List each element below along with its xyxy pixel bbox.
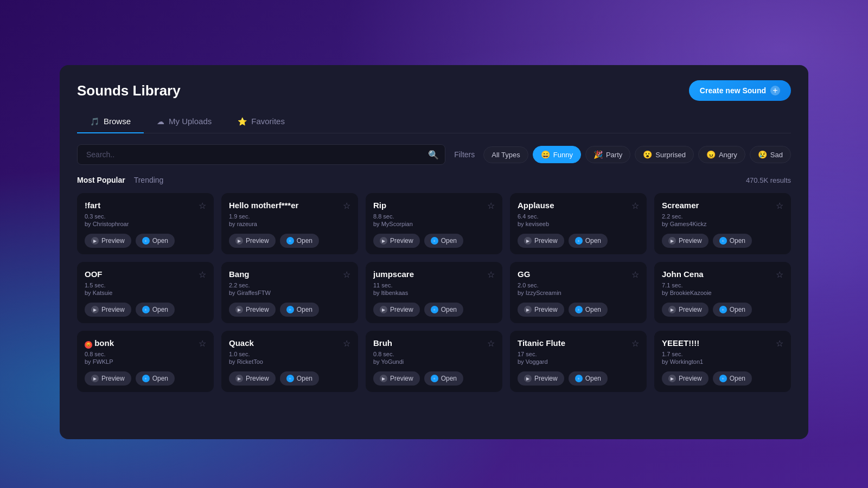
tab-my-uploads[interactable]: ☁ My Uploads (144, 112, 225, 133)
preview-button[interactable]: ▶ Preview (373, 371, 420, 386)
open-icon: + (286, 375, 294, 382)
preview-button[interactable]: ▶ Preview (229, 234, 276, 248)
open-button[interactable]: + Open (136, 371, 175, 386)
chip-sad[interactable]: 😢 Sad (750, 146, 791, 163)
star-button[interactable]: ☆ (487, 201, 495, 211)
search-box: 🔍 (77, 144, 445, 165)
sound-name: Applause (518, 201, 554, 210)
create-sound-button[interactable]: Create new Sound + (689, 80, 791, 101)
preview-button[interactable]: ▶ Preview (518, 234, 564, 248)
preview-button[interactable]: ▶ Preview (85, 303, 131, 317)
preview-label: Preview (101, 375, 125, 382)
open-button[interactable]: + Open (713, 303, 752, 317)
sound-duration: 1.7 sec. (662, 351, 783, 357)
favorites-icon: ⭐ (238, 117, 247, 126)
open-label: Open (730, 237, 745, 245)
chip-angry[interactable]: 😠 Angry (698, 146, 745, 163)
open-button[interactable]: + Open (569, 371, 608, 386)
open-button[interactable]: + Open (280, 234, 319, 248)
star-button[interactable]: ☆ (631, 269, 639, 280)
star-button[interactable]: ☆ (343, 338, 350, 349)
preview-button[interactable]: ▶ Preview (518, 371, 564, 386)
sound-duration: 2.2 sec. (229, 282, 350, 288)
preview-icon: ▶ (668, 375, 676, 382)
sound-card-header: OOF ☆ (85, 269, 206, 280)
sound-duration: 0.8 sec. (373, 351, 495, 357)
open-icon: + (431, 237, 438, 245)
open-button[interactable]: + Open (713, 234, 752, 248)
star-button[interactable]: ☆ (199, 269, 206, 280)
open-button[interactable]: + Open (424, 371, 463, 386)
tabs-row: 🎵 Browse ☁ My Uploads ⭐ Favorites (77, 112, 791, 133)
preview-button[interactable]: ▶ Preview (85, 234, 131, 248)
open-button[interactable]: + Open (569, 234, 608, 248)
sound-card: !fart ☆ 0.3 sec. by Christophroar ▶ Prev… (77, 193, 214, 254)
star-button[interactable]: ☆ (776, 201, 783, 211)
open-button[interactable]: + Open (569, 303, 608, 317)
star-button[interactable]: ☆ (487, 269, 495, 280)
star-button[interactable]: ☆ (343, 201, 350, 211)
open-button[interactable]: + Open (136, 234, 175, 248)
sound-author: by MyScorpian (373, 221, 495, 227)
open-button[interactable]: + Open (713, 371, 752, 386)
preview-icon: ▶ (235, 375, 243, 382)
search-button[interactable]: 🔍 (428, 150, 439, 160)
sound-author: by IzzyScreamin (518, 290, 639, 296)
preview-button[interactable]: ▶ Preview (662, 303, 709, 317)
star-button[interactable]: ☆ (776, 269, 783, 280)
star-button[interactable]: ☆ (631, 201, 639, 211)
preview-button[interactable]: ▶ Preview (518, 303, 564, 317)
tab-favorites[interactable]: ⭐ Favorites (225, 112, 298, 133)
preview-button[interactable]: ▶ Preview (662, 371, 709, 386)
chip-party[interactable]: 🎉 Party (585, 146, 630, 163)
sound-card: John Cena ☆ 7.1 sec. by BrookieKazooie ▶… (654, 262, 791, 323)
open-button[interactable]: + Open (424, 234, 463, 248)
sound-card-actions: ▶ Preview + Open (85, 371, 206, 386)
open-icon: + (142, 306, 150, 313)
open-button[interactable]: + Open (280, 303, 319, 317)
sound-author: by razeura (229, 221, 350, 227)
star-button[interactable]: ☆ (199, 201, 206, 211)
sound-card-actions: ▶ Preview + Open (662, 371, 783, 386)
preview-label: Preview (534, 306, 558, 313)
open-icon: + (142, 237, 150, 245)
preview-button[interactable]: ▶ Preview (373, 234, 420, 248)
sound-author: by ltibenkaas (373, 290, 495, 296)
search-input[interactable] (77, 144, 445, 165)
preview-button[interactable]: ▶ Preview (229, 303, 276, 317)
star-button[interactable]: ☆ (199, 338, 206, 349)
star-button[interactable]: ☆ (487, 338, 495, 349)
open-button[interactable]: + Open (424, 303, 463, 317)
star-button[interactable]: ☆ (631, 338, 639, 349)
sort-trending[interactable]: Trending (134, 176, 164, 184)
tab-browse-label: Browse (104, 117, 131, 126)
open-icon: + (575, 306, 583, 313)
preview-button[interactable]: ▶ Preview (662, 234, 709, 248)
open-button[interactable]: + Open (136, 303, 175, 317)
open-icon: + (719, 237, 727, 245)
sound-author: by GiraffesFTW (229, 290, 350, 296)
sound-card-header: Titanic Flute ☆ (518, 338, 639, 349)
chip-party-label: Party (606, 151, 622, 159)
angry-chip-icon: 😠 (706, 150, 716, 159)
chip-surprised[interactable]: 😮 Surprised (635, 146, 694, 163)
preview-button[interactable]: ▶ Preview (373, 303, 420, 317)
sound-name: Quack (229, 338, 254, 348)
star-button[interactable]: ☆ (776, 338, 783, 349)
chip-all-types[interactable]: All Types (483, 146, 528, 163)
preview-button[interactable]: ▶ Preview (229, 371, 276, 386)
tab-browse[interactable]: 🎵 Browse (77, 112, 144, 133)
preview-button[interactable]: ▶ Preview (85, 371, 131, 386)
sound-duration: 6.4 sec. (518, 213, 639, 220)
preview-label: Preview (390, 306, 413, 313)
chip-funny[interactable]: 😄 Funny (533, 146, 581, 163)
open-button[interactable]: + Open (280, 371, 319, 386)
sort-most-popular[interactable]: Most Popular (77, 176, 125, 184)
open-label: Open (297, 306, 312, 313)
chip-funny-label: Funny (553, 151, 573, 159)
sound-card: Applause ☆ 6.4 sec. by keviseeb ▶ Previe… (510, 193, 647, 254)
results-count: 470.5K results (746, 176, 791, 184)
sound-author: by Games4Kickz (662, 221, 783, 227)
sound-author: by Christophroar (85, 221, 206, 227)
star-button[interactable]: ☆ (343, 269, 350, 280)
